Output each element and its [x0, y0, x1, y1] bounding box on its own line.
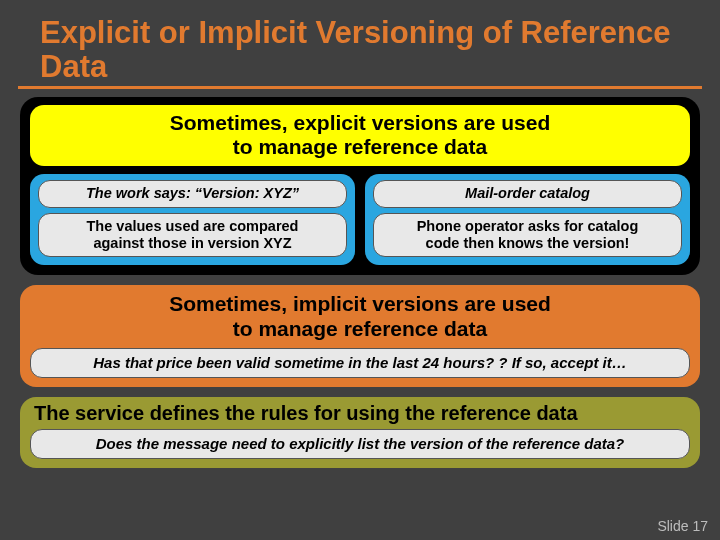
implicit-section: Sometimes, implicit versions are used to…: [20, 285, 700, 386]
implicit-heading: Sometimes, implicit versions are used to…: [30, 292, 690, 340]
explicit-section: Sometimes, explicit versions are used to…: [20, 97, 700, 275]
implicit-heading-line1: Sometimes, implicit versions are used: [169, 292, 551, 315]
right-bottom-pill: Phone operator asks for catalog code the…: [373, 213, 682, 257]
title-underline: [18, 86, 702, 89]
right-bottom-line2: code then knows the version!: [426, 235, 630, 251]
left-bottom-line2: against those in version XYZ: [93, 235, 291, 251]
left-top-pill: The work says: “Version: XYZ”: [38, 180, 347, 208]
service-pill: Does the message need to explicitly list…: [30, 429, 690, 459]
slide: Explicit or Implicit Versioning of Refer…: [0, 0, 720, 540]
left-bottom-line1: The values used are compared: [87, 218, 299, 234]
explicit-right-col: Mail-order catalog Phone operator asks f…: [365, 174, 690, 265]
explicit-banner: Sometimes, explicit versions are used to…: [30, 105, 690, 166]
left-bottom-pill: The values used are compared against tho…: [38, 213, 347, 257]
explicit-left-col: The work says: “Version: XYZ” The values…: [30, 174, 355, 265]
slide-number: Slide 17: [657, 518, 708, 534]
right-bottom-line1: Phone operator asks for catalog: [417, 218, 639, 234]
explicit-banner-line2: to manage reference data: [233, 135, 487, 158]
service-heading: The service defines the rules for using …: [30, 402, 690, 429]
implicit-pill: Has that price been valid sometime in th…: [30, 348, 690, 378]
slide-title: Explicit or Implicit Versioning of Refer…: [40, 16, 680, 84]
implicit-heading-line2: to manage reference data: [233, 317, 487, 340]
explicit-columns: The work says: “Version: XYZ” The values…: [30, 174, 690, 265]
right-top-pill: Mail-order catalog: [373, 180, 682, 208]
service-section: The service defines the rules for using …: [20, 397, 700, 468]
explicit-banner-line1: Sometimes, explicit versions are used: [170, 111, 551, 134]
